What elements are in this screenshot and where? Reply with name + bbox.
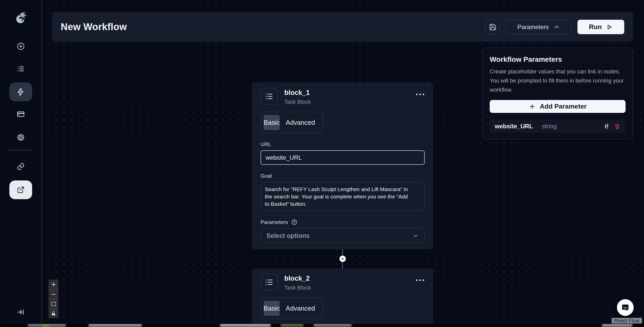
tab-basic[interactable]: Basic [264, 115, 280, 130]
sidebar [0, 0, 42, 324]
node-type-iconbox [261, 88, 278, 105]
arrow-right-to-line-icon [17, 308, 25, 316]
node-header: block_1 Task Block [261, 88, 425, 105]
node-type-iconbox [261, 274, 278, 291]
add-node-button[interactable] [339, 256, 346, 262]
zoom-in-button[interactable] [49, 280, 58, 289]
workflow-parameters-panel: Workflow Parameters Create placeholder v… [482, 48, 633, 139]
parameters-button-label: Parameters [517, 24, 549, 31]
add-parameter-label: Add Parameter [540, 103, 587, 110]
panel-title: Workflow Parameters [490, 55, 626, 64]
chat-widget-button[interactable] [617, 299, 634, 316]
list-icon [265, 92, 274, 101]
parameters-toggle-button[interactable]: Parameters [506, 20, 571, 34]
node-block-1[interactable]: block_1 Task Block Basic Advanced URL Go… [252, 83, 433, 249]
mode-tabs: Basic Advanced [261, 298, 323, 319]
workflow-canvas[interactable]: New Workflow Parameters Run [42, 0, 644, 324]
tab-advanced[interactable]: Advanced [281, 304, 320, 312]
run-button-label: Run [589, 23, 602, 31]
active-item-highlight-light [9, 180, 32, 199]
zoom-out-button[interactable] [49, 289, 58, 299]
parameter-type: string [542, 123, 557, 130]
node-block-2[interactable]: block_2 Task Block Basic Advanced [252, 268, 433, 324]
react-flow-attribution[interactable]: React Flow [612, 318, 642, 323]
select-placeholder: Select options [266, 232, 310, 239]
plus-icon [529, 103, 536, 110]
active-item-highlight [9, 83, 32, 101]
trash-icon [614, 123, 620, 130]
tab-advanced[interactable]: Advanced [281, 119, 320, 127]
url-label: URL [261, 141, 425, 147]
app-window: New Workflow Parameters Run [0, 0, 644, 324]
sidebar-item-settings[interactable] [16, 133, 25, 142]
floppy-save-icon [489, 23, 497, 31]
lock-toggle-button[interactable] [49, 309, 58, 318]
url-input[interactable] [261, 150, 425, 165]
page-title: New Workflow [61, 22, 127, 32]
goal-textarea[interactable]: Search for "REFY Lash Sculpt Lengthen an… [261, 182, 425, 211]
canvas-controls [49, 280, 58, 318]
delete-parameter-button[interactable] [614, 123, 620, 130]
sidebar-item-runs[interactable] [17, 65, 25, 73]
chain-link-icon [17, 162, 25, 171]
header-actions: Parameters Run [485, 20, 624, 34]
plus-circle-icon [17, 42, 25, 50]
parameter-row: website_URL string [490, 120, 626, 133]
unlock-icon [51, 311, 56, 316]
run-button[interactable]: Run [577, 20, 624, 34]
fit-view-button[interactable] [49, 299, 58, 309]
save-button[interactable] [485, 20, 500, 34]
workflow-header: New Workflow Parameters Run [52, 12, 633, 42]
node-title: block_2 [284, 275, 311, 282]
dragon-logo-icon [13, 10, 28, 26]
plus-icon [341, 257, 345, 261]
sidebar-item-workflows[interactable] [9, 83, 32, 101]
mode-tabs: Basic Advanced [261, 112, 323, 133]
node-header: block_2 Task Block [261, 274, 425, 291]
play-icon [606, 24, 613, 31]
credit-card-icon [17, 110, 25, 118]
help-circle-icon [291, 219, 297, 225]
panel-description: Create placeholder values that you can l… [490, 67, 626, 94]
chevron-down-icon [412, 232, 419, 239]
list-icon [265, 278, 274, 287]
parameter-key: website_URL [495, 123, 533, 130]
fit-view-icon [51, 301, 56, 307]
zoom-in-icon [51, 282, 56, 287]
tab-basic[interactable]: Basic [264, 301, 280, 316]
chevron-up-icon [553, 24, 560, 30]
node-title: block_1 [284, 89, 311, 97]
parameters-label-text: Parameters [261, 219, 288, 225]
attribution-label: React Flow [614, 318, 639, 324]
zoom-out-icon [51, 292, 56, 297]
node-subtitle: Task Block [284, 284, 311, 291]
node-subtitle: Task Block [284, 99, 311, 105]
app-logo[interactable] [13, 10, 28, 26]
external-link-icon [17, 186, 25, 194]
sidebar-item-integrations[interactable] [17, 162, 25, 171]
parameters-select[interactable]: Select options [261, 228, 425, 243]
settings-gear-icon [16, 133, 25, 142]
sliders-vertical-icon [603, 123, 610, 130]
list-icon [17, 65, 25, 73]
chat-bubble-icon [620, 303, 630, 312]
goal-label: Goal [261, 173, 425, 179]
parameters-label: Parameters [261, 219, 425, 225]
add-parameter-button[interactable]: Add Parameter [490, 100, 626, 113]
node-menu-button[interactable] [416, 279, 424, 281]
edit-parameter-button[interactable] [603, 123, 610, 130]
sidebar-divider [9, 150, 32, 150]
node-menu-button[interactable] [416, 94, 424, 95]
sidebar-collapse-button[interactable] [17, 308, 25, 316]
sidebar-item-external[interactable] [9, 180, 32, 199]
sidebar-item-create[interactable] [17, 42, 25, 50]
lightning-zap-icon [16, 87, 25, 96]
sidebar-item-billing[interactable] [17, 110, 25, 118]
